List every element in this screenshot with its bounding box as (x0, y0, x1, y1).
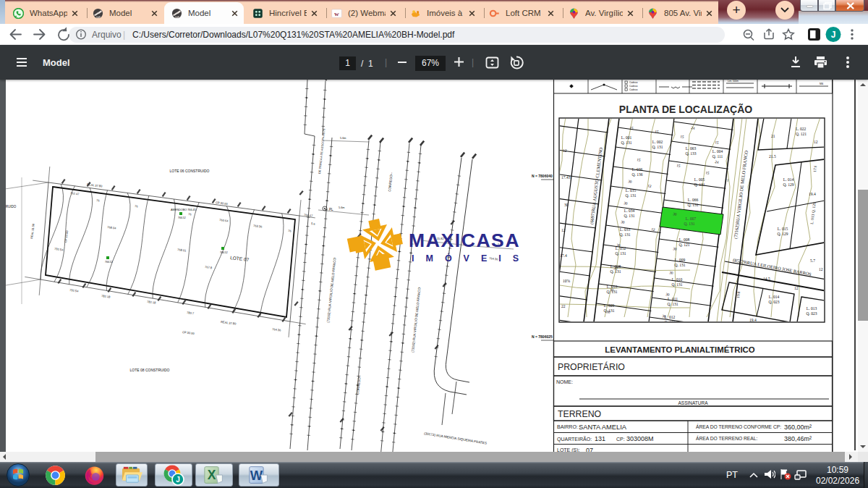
svg-text:SANTA AMELIA: SANTA AMELIA (579, 424, 627, 431)
svg-text:30: 30 (669, 270, 674, 275)
svg-text:L. 012: L. 012 (665, 315, 676, 319)
svg-text:782.18: 782.18 (147, 300, 157, 305)
svg-text:Cadeias: Cadeias (629, 85, 638, 88)
svg-text:LOTE 08 CONSTRUIDO: LOTE 08 CONSTRUIDO (129, 368, 169, 372)
svg-text:17.4: 17.4 (560, 253, 567, 258)
svg-text:15: 15 (676, 163, 681, 168)
svg-text:ÁREA DO TERRENO CONFORME CP:: ÁREA DO TERRENO CONFORME CP: (696, 424, 781, 429)
svg-text:763.36: 763.36 (253, 224, 263, 229)
svg-text:782.18: 782.18 (101, 294, 111, 299)
svg-text:Q. 111: Q. 111 (712, 154, 723, 159)
svg-text:(6697)RUA AUGUSTO CLEMENTINO: (6697)RUA AUGUSTO CLEMENTINO (589, 147, 604, 224)
svg-text:|: | (123, 30, 125, 40)
svg-text:L. 063: L. 063 (686, 146, 697, 151)
svg-text:Q. 131: Q. 131 (620, 232, 631, 237)
svg-text:Cadeias: Cadeias (629, 81, 638, 84)
svg-text:MAXICASA: MAXICASA (409, 230, 520, 251)
svg-text:ÁREA DO TERRENO REAL:: ÁREA DO TERRENO REAL: (696, 435, 757, 441)
svg-text:Q. 129: Q. 129 (783, 182, 794, 187)
svg-text:24: 24 (715, 159, 720, 164)
svg-text:14.5: 14.5 (763, 277, 770, 281)
svg-text:12: 12 (561, 228, 566, 232)
svg-text:L. 011: L. 011 (668, 297, 678, 301)
svg-text:Cadeias: Cadeias (629, 88, 638, 91)
svg-text:Q. 121: Q. 121 (679, 243, 690, 247)
svg-text:Q. 131: Q. 131 (652, 145, 663, 149)
svg-text:CP 13.00: CP 13.00 (64, 230, 69, 243)
svg-text:N = 7806025: N = 7806025 (532, 335, 553, 339)
svg-text:Q. 129: Q. 129 (778, 232, 788, 236)
svg-text:5.7: 5.7 (810, 258, 815, 263)
svg-text:IMÓVEIS: IMÓVEIS (412, 253, 530, 264)
svg-text:10%: 10% (563, 279, 571, 283)
svg-text:L. 002: L. 002 (652, 140, 663, 144)
svg-text:760.64: 760.64 (219, 218, 229, 223)
svg-text:30: 30 (621, 219, 626, 224)
svg-text:(73162) RUA VIRGILIO DE MELO F: (73162) RUA VIRGILIO DE MELO FRANCO (411, 287, 421, 353)
svg-text:21: 21 (771, 134, 775, 138)
svg-text:NN: NN (820, 83, 824, 85)
svg-text:L. 005: L. 005 (694, 177, 705, 182)
svg-text:360,00m²: 360,00m² (784, 424, 812, 431)
svg-text:N = 7806040: N = 7806040 (532, 174, 553, 178)
svg-text:17.6: 17.6 (812, 165, 817, 172)
svg-text:Q. 131: Q. 131 (621, 140, 632, 145)
svg-text:CORREGO--: CORREGO-- (356, 374, 362, 395)
svg-text:30: 30 (628, 179, 633, 184)
svg-text:(30173) RUA MERCIA SIQUEIRA PR: (30173) RUA MERCIA SIQUEIRA PRATES (424, 432, 487, 445)
svg-text:11: 11 (725, 177, 730, 182)
svg-text:(73162) RUA VIRGILIO DE MELO F: (73162) RUA VIRGILIO DE MELO FRANCO (326, 257, 336, 323)
svg-text:76: 76 (96, 198, 101, 203)
svg-text:12: 12 (651, 227, 656, 232)
svg-text:J: J (176, 476, 180, 484)
svg-text:L. 029: L. 029 (604, 303, 615, 308)
svg-text:L. 014: L. 014 (769, 295, 780, 299)
svg-text:CP:: CP: (616, 437, 625, 442)
svg-text:780.7: 780.7 (187, 311, 195, 315)
svg-text:12: 12 (647, 183, 652, 188)
svg-text:22: 22 (561, 304, 566, 308)
svg-text:Q. 131: Q. 131 (675, 263, 686, 267)
svg-text:PL: PL (329, 208, 333, 211)
svg-text:DE TRINCA A TE A ESCOPA 45.75: DE TRINCA A TE A ESCOPA 45.75 (318, 128, 326, 174)
svg-text:19.4: 19.4 (809, 192, 816, 196)
svg-text:12: 12 (814, 140, 818, 144)
svg-text:766.52: 766.52 (105, 261, 113, 264)
svg-text:L. 013 Q. 120: L. 013 Q. 120 (809, 202, 817, 224)
svg-text:J: J (831, 30, 836, 40)
svg-text:766.52: 766.52 (220, 251, 228, 254)
svg-text:76: 76 (188, 212, 192, 216)
svg-text:PLANTA DE LOCALIZAÇÃO: PLANTA DE LOCALIZAÇÃO (619, 103, 752, 115)
svg-text:AMENDOBO 766.45: AMENDOBO 766.45 (171, 209, 196, 211)
svg-text:LOTE 06 CONSTRUIDO: LOTE 06 CONSTRUIDO (169, 169, 209, 173)
svg-text:L. 066: L. 066 (688, 198, 699, 202)
svg-text:15: 15 (680, 134, 685, 139)
svg-text:LOTE 07: LOTE 07 (230, 255, 250, 262)
svg-text:76: 76 (288, 229, 292, 233)
svg-text:L. 035: L. 035 (626, 188, 637, 193)
svg-text:Q. 131: Q. 131 (672, 282, 683, 287)
svg-text:303008M: 303008M (626, 435, 654, 442)
svg-text:CP 30.00: CP 30.00 (182, 330, 195, 335)
svg-text:17.43: 17.43 (561, 175, 571, 180)
svg-text:Q. 023: Q. 023 (769, 300, 780, 304)
svg-text:NOME:: NOME: (556, 379, 573, 384)
svg-text:L. 033: L. 033 (620, 227, 631, 232)
svg-text:5.6m: 5.6m (340, 137, 346, 140)
svg-text:L. 010: L. 010 (672, 277, 683, 282)
svg-text:15: 15 (705, 170, 710, 175)
svg-text:762.47: 762.47 (70, 191, 80, 196)
svg-text:BAIRRO:: BAIRRO: (557, 424, 578, 429)
svg-text:15: 15 (637, 157, 642, 162)
svg-text:12: 12 (819, 267, 823, 272)
svg-text:REAL 11.50: REAL 11.50 (30, 223, 35, 239)
svg-text:ASSINATURA: ASSINATURA (678, 400, 708, 405)
svg-text:PROPRIETÁRIO: PROPRIETÁRIO (558, 361, 625, 372)
svg-text:12: 12 (794, 286, 799, 290)
svg-text:30: 30 (624, 201, 629, 206)
svg-text:30: 30 (564, 203, 569, 207)
svg-text:L. 009: L. 009 (675, 258, 686, 262)
svg-text:L. 015: L. 015 (778, 227, 788, 231)
svg-text:TERRENO: TERRENO (558, 409, 601, 419)
svg-text:L. 008: L. 008 (679, 237, 690, 242)
